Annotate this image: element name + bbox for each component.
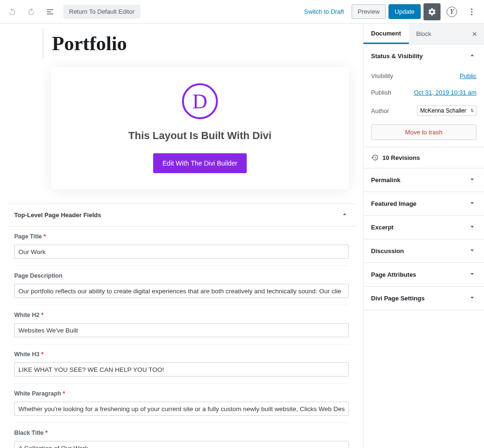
content-structure-button[interactable] [42, 3, 59, 20]
chevron-down-icon [468, 293, 476, 303]
panel-excerpt: Excerpt [363, 216, 484, 239]
field-label: Page Description [14, 272, 349, 279]
panel-featured-image: Featured Image [363, 192, 484, 216]
svg-point-1 [471, 11, 473, 12]
svg-point-2 [471, 14, 473, 15]
divi-logo-icon: D [182, 83, 218, 119]
white-h2-input[interactable] [14, 323, 349, 337]
settings-sidebar: Document Block Status & Visibility Visib… [363, 24, 484, 448]
field-label: White H2 * [14, 312, 349, 318]
close-sidebar-button[interactable] [465, 24, 484, 44]
panel-header[interactable]: Excerpt [363, 216, 484, 239]
redo-button[interactable] [23, 3, 40, 20]
preview-button[interactable]: Preview [352, 4, 386, 19]
field-white-paragraph: White Paragraph * [14, 384, 349, 423]
field-page-title: Page Title * [14, 227, 349, 266]
chevron-down-icon [468, 175, 476, 185]
panel-permalink: Permalink [363, 168, 484, 192]
chevron-down-icon [468, 222, 476, 232]
page-title[interactable]: Portfolio [52, 32, 349, 55]
panel-header[interactable]: Featured Image [363, 192, 484, 215]
custom-fields-metabox: Top-Level Page Header Fields Page Title … [8, 203, 355, 448]
panel-header[interactable]: Page Attributes [363, 263, 484, 286]
update-button[interactable]: Update [389, 4, 421, 19]
history-icon [371, 154, 379, 161]
panel-status-visibility: Status & Visibility Visibility Public Pu… [363, 44, 484, 147]
white-h3-input[interactable] [14, 362, 349, 377]
revisions-link[interactable]: 10 Revisions [363, 147, 484, 168]
return-to-default-editor-button[interactable]: Return To Default Editor [63, 5, 140, 18]
field-white-h3: White H3 * [14, 344, 349, 384]
sidebar-tabs: Document Block [363, 24, 484, 44]
tab-block[interactable]: Block [409, 24, 439, 44]
chevron-up-icon [340, 210, 349, 220]
page-title-input[interactable] [14, 245, 349, 259]
author-row: Author McKenna Schaller [363, 101, 484, 121]
publish-date-link[interactable]: Oct 31, 2019 10:31 am [414, 89, 476, 96]
required-marker: * [41, 351, 43, 358]
metabox-header[interactable]: Top-Level Page Header Fields [8, 204, 355, 227]
field-label: Black Title * [14, 430, 349, 436]
required-marker: * [45, 430, 48, 436]
chevron-up-icon [468, 51, 476, 61]
white-paragraph-input[interactable] [14, 402, 349, 416]
editor-toolbar: Return To Default Editor Switch to Draft… [0, 0, 484, 24]
edit-with-divi-button[interactable]: Edit With The Divi Builder [153, 153, 247, 173]
yoast-icon: Y [447, 7, 457, 17]
panel-header[interactable]: Discussion [363, 239, 484, 263]
divi-caption: This Layout Is Built With Divi [60, 130, 339, 142]
visibility-value-link[interactable]: Public [460, 72, 476, 79]
panel-header[interactable]: Status & Visibility [363, 44, 484, 68]
toolbar-left: Return To Default Editor [4, 3, 140, 20]
chevron-down-icon [468, 270, 476, 280]
panel-divi-page-settings: Divi Page Settings [363, 287, 484, 310]
black-title-input[interactable] [14, 441, 349, 448]
panel-discussion: Discussion [363, 239, 484, 263]
required-marker: * [43, 233, 46, 240]
panel-header[interactable]: Permalink [363, 168, 484, 192]
chevron-down-icon [468, 199, 476, 209]
metabox-body: Page Title * Page Description White H2 * [8, 227, 355, 448]
author-select[interactable]: McKenna Schaller [417, 105, 476, 116]
field-page-description: Page Description [14, 266, 349, 305]
chevron-down-icon [468, 246, 476, 256]
publish-row: Publish Oct 31, 2019 10:31 am [363, 84, 484, 101]
metabox-title: Top-Level Page Header Fields [14, 211, 101, 219]
more-menu-button[interactable] [463, 3, 480, 20]
toolbar-right: Switch to Draft Preview Update Y [299, 3, 480, 20]
required-marker: * [41, 312, 43, 318]
field-label: White H3 * [14, 351, 349, 358]
settings-toggle-button[interactable] [424, 3, 441, 20]
required-marker: * [63, 390, 65, 397]
yoast-button[interactable]: Y [443, 3, 460, 20]
tab-document[interactable]: Document [363, 24, 409, 44]
editor-main: Portfolio D This Layout Is Built With Di… [0, 24, 363, 448]
field-white-h2: White H2 * [14, 305, 349, 344]
panel-header[interactable]: Divi Page Settings [363, 287, 484, 310]
field-label: White Paragraph * [14, 390, 349, 397]
panel-page-attributes: Page Attributes [363, 263, 484, 287]
divi-layout-card: D This Layout Is Built With Divi Edit Wi… [51, 67, 349, 189]
page-description-input[interactable] [14, 284, 349, 298]
switch-to-draft-button[interactable]: Switch to Draft [299, 5, 349, 18]
undo-button[interactable] [4, 3, 21, 20]
svg-point-0 [471, 8, 473, 9]
field-label: Page Title * [14, 233, 349, 240]
field-black-title: Black Title * [14, 423, 349, 448]
move-to-trash-button[interactable]: Move to trash [371, 124, 476, 140]
visibility-row: Visibility Public [363, 68, 484, 84]
